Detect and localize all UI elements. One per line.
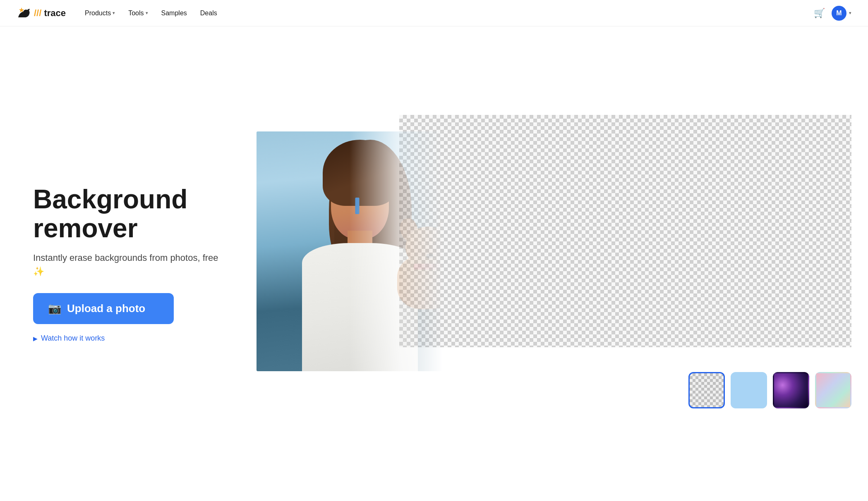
- camera-icon: 📷: [48, 302, 61, 315]
- dog-collar-element: [414, 264, 447, 270]
- person-photo: [257, 131, 463, 371]
- upload-button-label: Upload a photo: [67, 302, 145, 315]
- watch-link-label: Watch how it works: [41, 334, 105, 343]
- avatar: M: [832, 6, 846, 21]
- hero-section: Background remover Instantly erase backg…: [0, 26, 868, 501]
- watch-link[interactable]: ▶ Watch how it works: [33, 334, 232, 343]
- hero-subtitle: Instantly erase backgrounds from photos,…: [33, 251, 232, 278]
- hair-front-element: [323, 140, 397, 206]
- nav-deals[interactable]: Deals: [194, 6, 223, 20]
- avatar-chevron-icon: ▾: [849, 10, 851, 16]
- nav-tools[interactable]: Tools ▾: [122, 6, 153, 20]
- swatch-galaxy[interactable]: [773, 372, 809, 408]
- checker-background: [399, 115, 851, 347]
- swatch-transparent[interactable]: [688, 372, 725, 408]
- svg-point-0: [26, 12, 28, 14]
- logo[interactable]: /// trace: [17, 6, 66, 21]
- logo-text: /// trace: [34, 8, 66, 19]
- dog-nose-element: [426, 253, 434, 258]
- swatches-row: [688, 372, 851, 408]
- sweater-element: [302, 243, 418, 371]
- nav-right: 🛒 M ▾: [814, 6, 851, 21]
- swatch-pastel[interactable]: [815, 372, 851, 408]
- hero-content: Background remover Instantly erase backg…: [33, 185, 232, 343]
- hero-image-area: [257, 115, 851, 413]
- navbar: /// trace Products ▾ Tools ▾ Samples Dea…: [0, 0, 868, 26]
- play-icon: ▶: [33, 335, 38, 342]
- swatch-blue[interactable]: [731, 372, 767, 408]
- nav-products[interactable]: Products ▾: [79, 6, 121, 20]
- nav-samples[interactable]: Samples: [156, 6, 193, 20]
- upload-button[interactable]: 📷 Upload a photo: [33, 293, 174, 324]
- nav-links: Products ▾ Tools ▾ Samples Deals: [79, 6, 223, 20]
- nav-left: /// trace Products ▾ Tools ▾ Samples Dea…: [17, 6, 223, 21]
- tools-chevron-icon: ▾: [146, 10, 148, 16]
- photo-background: [257, 131, 463, 371]
- products-chevron-icon: ▾: [113, 10, 115, 16]
- cart-icon[interactable]: 🛒: [814, 8, 825, 19]
- avatar-wrapper[interactable]: M ▾: [832, 6, 851, 21]
- hero-title: Background remover: [33, 185, 232, 243]
- earring-element: [355, 198, 360, 214]
